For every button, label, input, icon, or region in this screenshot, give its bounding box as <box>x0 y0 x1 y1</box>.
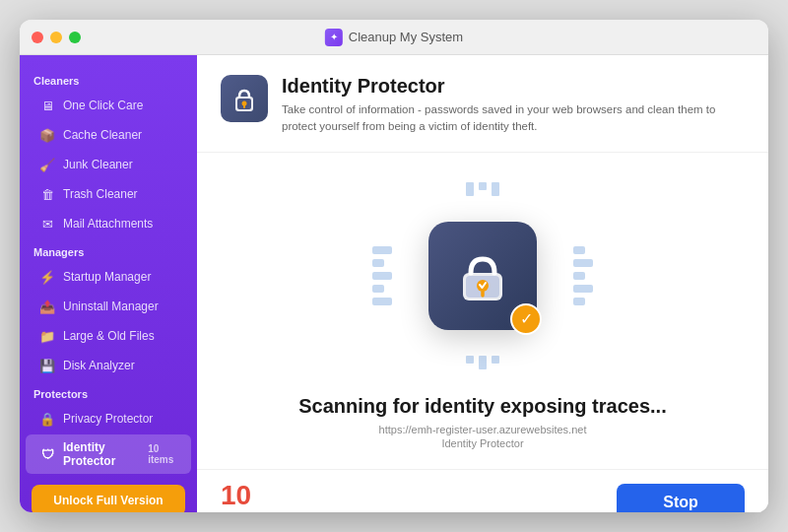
sidebar-item-label: Startup Manager <box>63 270 151 284</box>
scan-status-text: Scanning for identity exposing traces... <box>298 395 666 418</box>
bar <box>573 285 593 293</box>
sidebar-item-disk-analyzer[interactable]: 💾 Disk Analyzer <box>26 352 191 379</box>
scan-area: ✓ <box>197 153 768 469</box>
bottom-dots <box>466 356 499 369</box>
dot <box>479 356 487 369</box>
app-window: ✦ Cleanup My System Cleaners 🖥 One Click… <box>20 20 768 512</box>
main-header: Identity Protector Take control of infor… <box>197 55 768 153</box>
sidebar-item-label: One Click Care <box>63 99 143 112</box>
titlebar: ✦ Cleanup My System <box>20 20 768 55</box>
bar <box>372 285 384 293</box>
top-dots <box>466 182 499 196</box>
sidebar-item-mail-attachments[interactable]: ✉ Mail Attachments <box>26 210 191 237</box>
maximize-button[interactable] <box>69 32 81 43</box>
header-text: Identity Protector Take control of infor… <box>282 75 735 136</box>
sidebar-item-label: Disk Analyzer <box>63 359 135 372</box>
bar <box>372 298 392 305</box>
junk-icon: 🧹 <box>39 157 55 172</box>
scan-url: https://emh-register-user.azurewebsites.… <box>379 424 587 435</box>
unlock-full-version-button[interactable]: Unlock Full Version <box>32 485 185 512</box>
section-managers: Managers <box>20 238 197 262</box>
dot <box>479 182 487 190</box>
page-title: Identity Protector <box>282 75 735 98</box>
sidebar-item-label: Uninstall Manager <box>63 299 159 313</box>
items-count: 10 <box>221 482 281 509</box>
close-button[interactable] <box>32 32 43 43</box>
bar <box>573 272 585 280</box>
left-bars <box>372 246 392 305</box>
privacy-icon: 🔒 <box>39 411 55 427</box>
identity-icon: 🛡 <box>39 446 55 462</box>
header-icon <box>221 75 268 122</box>
sidebar-bottom: Unlock Full Version <box>20 475 197 512</box>
sidebar-item-label: Large & Old Files <box>63 329 155 343</box>
sidebar-item-one-click-care[interactable]: 🖥 One Click Care <box>26 92 191 119</box>
sidebar-item-label: Mail Attachments <box>63 217 153 231</box>
bar <box>573 298 585 305</box>
sidebar-item-startup-manager[interactable]: ⚡ Startup Manager <box>26 263 191 291</box>
bar <box>573 246 585 254</box>
page-description: Take control of information - passwords … <box>282 101 735 136</box>
dot <box>492 182 499 196</box>
footer: 10 Items Found Stop <box>197 469 768 513</box>
dot <box>492 356 499 364</box>
dot <box>466 182 474 196</box>
identity-badge: 10 items <box>148 443 177 465</box>
files-icon: 📁 <box>39 328 55 344</box>
bar <box>372 259 384 267</box>
app-icon: ✦ <box>325 29 343 46</box>
sidebar-item-large-old-files[interactable]: 📁 Large & Old Files <box>26 322 191 350</box>
main-content: Cleaners 🖥 One Click Care 📦 Cache Cleane… <box>20 55 768 512</box>
startup-icon: ⚡ <box>39 269 55 285</box>
sidebar-item-label: Junk Cleaner <box>63 158 133 171</box>
sidebar-item-label: Cache Cleaner <box>63 128 142 142</box>
minimize-button[interactable] <box>50 32 62 43</box>
mail-icon: ✉ <box>39 216 55 232</box>
right-bars <box>573 246 593 305</box>
items-label: Items Found <box>221 511 281 513</box>
scan-illustration: ✓ <box>364 172 601 379</box>
sidebar-item-privacy-protector[interactable]: 🔒 Privacy Protector <box>26 405 191 432</box>
cache-icon: 📦 <box>39 127 55 143</box>
lock-container: ✓ <box>428 222 537 330</box>
scan-label: Identity Protector <box>441 437 523 449</box>
sidebar-item-junk-cleaner[interactable]: 🧹 Junk Cleaner <box>26 151 191 178</box>
stop-button[interactable]: Stop <box>617 484 745 513</box>
dot <box>466 356 474 364</box>
sidebar-item-label: Trash Cleaner <box>63 187 138 201</box>
app-title: Cleanup My System <box>349 30 463 44</box>
titlebar-center: ✦ Cleanup My System <box>325 29 463 46</box>
sidebar-item-label: Identity Protector <box>63 440 136 468</box>
section-protectors: Protectors <box>20 380 197 404</box>
trash-icon: 🗑 <box>39 186 55 202</box>
bar <box>573 259 593 267</box>
sidebar-item-identity-protector[interactable]: 🛡 Identity Protector 10 items <box>26 434 191 474</box>
sidebar-item-cache-cleaner[interactable]: 📦 Cache Cleaner <box>26 121 191 149</box>
sidebar-item-trash-cleaner[interactable]: 🗑 Trash Cleaner <box>26 180 191 208</box>
sidebar-item-label: Privacy Protector <box>63 412 153 426</box>
check-badge: ✓ <box>510 303 542 335</box>
sidebar-item-uninstall-manager[interactable]: 📤 Uninstall Manager <box>26 293 191 320</box>
uninstall-icon: 📤 <box>39 299 55 314</box>
bar <box>372 272 392 280</box>
bar <box>372 246 392 254</box>
main-panel: Identity Protector Take control of infor… <box>197 55 768 512</box>
disk-icon: 💾 <box>39 358 55 373</box>
traffic-lights <box>32 32 81 43</box>
items-found: 10 Items Found <box>221 482 281 513</box>
sidebar: Cleaners 🖥 One Click Care 📦 Cache Cleane… <box>20 55 197 512</box>
monitor-icon: 🖥 <box>39 98 55 113</box>
section-cleaners: Cleaners <box>20 67 197 91</box>
